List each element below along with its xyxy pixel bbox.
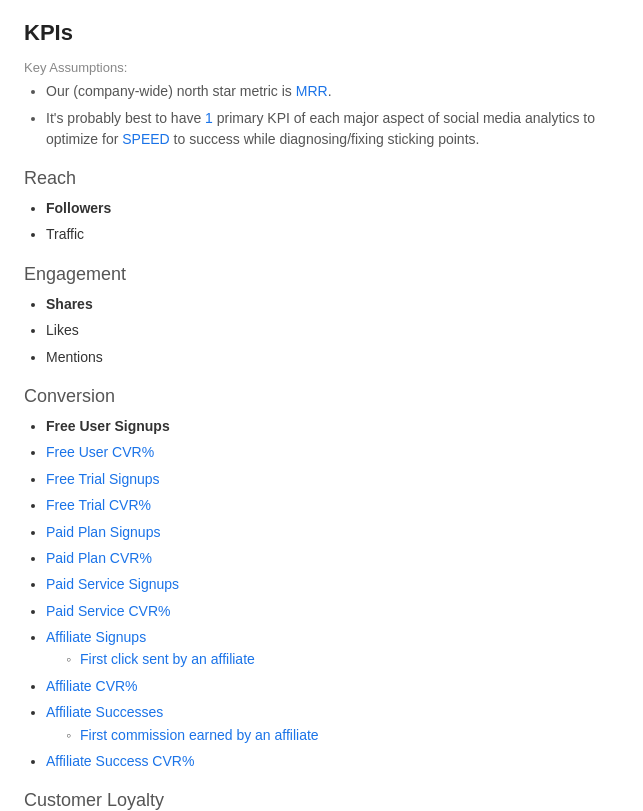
assumption-highlight-mrr: MRR: [296, 83, 328, 99]
assumption-highlight-speed: SPEED: [122, 131, 169, 147]
list-item: Traffic: [46, 223, 619, 245]
assumption-item-1: Our (company-wide) north star metric is …: [46, 81, 619, 102]
list-item: Free User Signups: [46, 415, 619, 437]
list-item: Paid Service Signups: [46, 573, 619, 595]
customer-loyalty-heading: Customer Loyalty: [24, 790, 619, 811]
likes-label: Likes: [46, 322, 79, 338]
list-item: First click sent by an affiliate: [66, 648, 619, 670]
list-item: First commission earned by an affiliate: [66, 724, 619, 746]
paid-service-signups-label: Paid Service Signups: [46, 576, 179, 592]
free-user-signups-label: Free User Signups: [46, 418, 170, 434]
affiliate-successes-sub: First commission earned by an affiliate: [46, 724, 619, 746]
list-item: Free Trial Signups: [46, 468, 619, 490]
list-item: Affiliate Successes First commission ear…: [46, 701, 619, 746]
engagement-section: Engagement Shares Likes Mentions: [24, 264, 619, 368]
followers-label: Followers: [46, 200, 111, 216]
affiliate-successes-label: Affiliate Successes: [46, 704, 163, 720]
paid-service-cvr-label: Paid Service CVR%: [46, 603, 171, 619]
assumptions-list: Our (company-wide) north star metric is …: [24, 81, 619, 150]
list-item: Paid Plan Signups: [46, 521, 619, 543]
list-item: Free User CVR%: [46, 441, 619, 463]
free-user-cvr-label: Free User CVR%: [46, 444, 154, 460]
reach-section: Reach Followers Traffic: [24, 168, 619, 246]
conversion-heading: Conversion: [24, 386, 619, 407]
first-click-affiliate-label: First click sent by an affiliate: [80, 651, 255, 667]
shares-label: Shares: [46, 296, 93, 312]
affiliate-cvr-label: Affiliate CVR%: [46, 678, 138, 694]
assumptions-heading: Key Assumptions:: [24, 60, 619, 75]
affiliate-signups-sub: First click sent by an affiliate: [46, 648, 619, 670]
conversion-list: Free User Signups Free User CVR% Free Tr…: [24, 415, 619, 772]
list-item: Likes: [46, 319, 619, 341]
list-item: Paid Service CVR%: [46, 600, 619, 622]
free-trial-cvr-label: Free Trial CVR%: [46, 497, 151, 513]
list-item: Followers: [46, 197, 619, 219]
list-item: Affiliate Signups First click sent by an…: [46, 626, 619, 671]
list-item: Affiliate CVR%: [46, 675, 619, 697]
affiliate-signups-label: Affiliate Signups: [46, 629, 146, 645]
paid-plan-signups-label: Paid Plan Signups: [46, 524, 160, 540]
engagement-list: Shares Likes Mentions: [24, 293, 619, 368]
list-item: Free Trial CVR%: [46, 494, 619, 516]
conversion-section: Conversion Free User Signups Free User C…: [24, 386, 619, 772]
traffic-label: Traffic: [46, 226, 84, 242]
list-item: Shares: [46, 293, 619, 315]
affiliate-success-cvr-label: Affiliate Success CVR%: [46, 753, 194, 769]
assumption-item-2: It's probably best to have 1 primary KPI…: [46, 108, 619, 150]
list-item: Mentions: [46, 346, 619, 368]
list-item: Affiliate Success CVR%: [46, 750, 619, 772]
assumption-highlight-1: 1: [205, 110, 213, 126]
mentions-label: Mentions: [46, 349, 103, 365]
assumptions-block: Key Assumptions: Our (company-wide) nort…: [24, 60, 619, 150]
customer-loyalty-section: Customer Loyalty LTV (Lifetime Value) CP…: [24, 790, 619, 811]
free-trial-signups-label: Free Trial Signups: [46, 471, 160, 487]
page-title: KPIs: [24, 20, 619, 46]
paid-plan-cvr-label: Paid Plan CVR%: [46, 550, 152, 566]
first-commission-label: First commission earned by an affiliate: [80, 727, 319, 743]
reach-heading: Reach: [24, 168, 619, 189]
list-item: Paid Plan CVR%: [46, 547, 619, 569]
reach-list: Followers Traffic: [24, 197, 619, 246]
engagement-heading: Engagement: [24, 264, 619, 285]
